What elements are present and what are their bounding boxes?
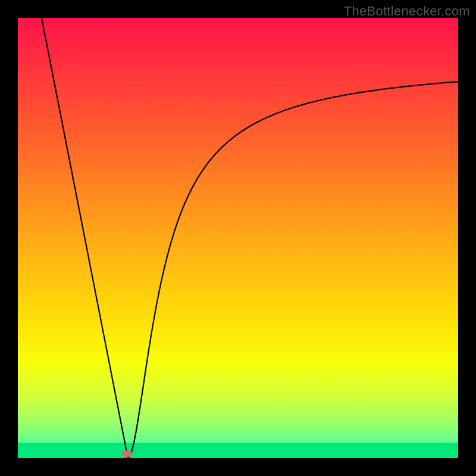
watermark-text: TheBottlenecker.com xyxy=(344,4,470,19)
bottleneck-chart xyxy=(18,18,458,458)
green-band xyxy=(18,443,458,458)
chart-frame: TheBottlenecker.com xyxy=(0,0,476,476)
gradient-background xyxy=(18,18,458,458)
current-config-marker xyxy=(122,450,133,458)
